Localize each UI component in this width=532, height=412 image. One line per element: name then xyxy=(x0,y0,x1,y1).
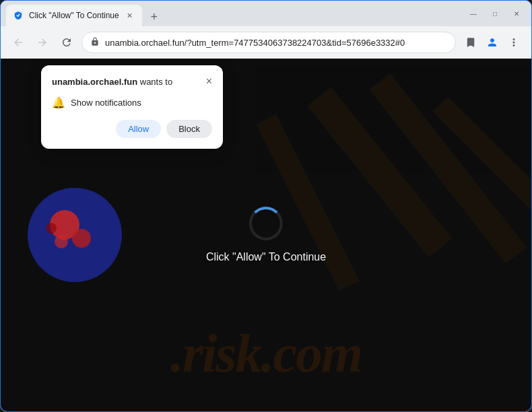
allow-button[interactable]: Allow xyxy=(116,120,161,138)
popup-close-button[interactable]: × xyxy=(206,76,212,87)
popup-buttons: Allow Block xyxy=(52,120,212,138)
bookmark-button[interactable] xyxy=(461,33,480,52)
back-button[interactable] xyxy=(9,33,28,52)
forward-button[interactable] xyxy=(33,33,52,52)
svg-point-6 xyxy=(72,229,91,248)
page-content: Click "Allow" To Continue .risk.com unam… xyxy=(1,59,531,411)
svg-point-8 xyxy=(46,223,57,234)
svg-point-7 xyxy=(55,235,68,248)
popup-title: unambia.orchael.fun wants to xyxy=(52,76,172,88)
popup-domain: unambia.orchael.fun xyxy=(52,77,137,87)
svg-line-3 xyxy=(440,104,531,211)
address-bar[interactable]: unambia.orchael.fun/?utm_term=7477534063… xyxy=(81,32,456,53)
lock-icon xyxy=(90,37,100,48)
popup-header: unambia.orchael.fun wants to × xyxy=(52,76,212,88)
maximize-button[interactable]: □ xyxy=(486,7,504,20)
nav-actions xyxy=(461,33,523,52)
popup-wants-to: wants to xyxy=(137,77,172,87)
browser-window: Click "Allow" To Continue ✕ + — □ ✕ unam… xyxy=(0,0,532,412)
nav-bar: unambia.orchael.fun/?utm_term=7477534063… xyxy=(1,26,531,59)
close-button[interactable]: ✕ xyxy=(507,7,526,20)
notification-popup: unambia.orchael.fun wants to × 🔔 Show no… xyxy=(41,65,223,149)
loading-spinner xyxy=(249,207,283,240)
bell-icon: 🔔 xyxy=(52,96,65,109)
block-button[interactable]: Block xyxy=(166,120,212,138)
logo-circle xyxy=(28,188,122,282)
menu-button[interactable] xyxy=(504,33,523,52)
new-tab-button[interactable]: + xyxy=(145,7,164,26)
profile-button[interactable] xyxy=(483,33,502,52)
spinner-text: Click "Allow" To Continue xyxy=(206,251,326,263)
url-text: unambia.orchael.fun/?utm_term=7477534063… xyxy=(105,38,447,48)
tab-close-button[interactable]: ✕ xyxy=(125,10,135,21)
refresh-button[interactable] xyxy=(57,33,76,52)
active-tab[interactable]: Click "Allow" To Continue ✕ xyxy=(6,5,142,26)
permission-text: Show notifications xyxy=(71,98,141,108)
watermark-text: .risk.com xyxy=(170,323,362,384)
spinner-container: Click "Allow" To Continue xyxy=(206,207,326,263)
tab-favicon xyxy=(13,10,24,21)
svg-line-1 xyxy=(380,81,517,256)
window-controls: — □ ✕ xyxy=(464,7,526,20)
tab-title: Click "Allow" To Continue xyxy=(29,11,119,20)
svg-line-0 xyxy=(319,96,440,248)
title-bar: Click "Allow" To Continue ✕ + — □ ✕ xyxy=(1,1,531,26)
popup-permission: 🔔 Show notifications xyxy=(52,96,212,109)
tab-area: Click "Allow" To Continue ✕ + xyxy=(6,1,461,26)
minimize-button[interactable]: — xyxy=(464,7,483,20)
